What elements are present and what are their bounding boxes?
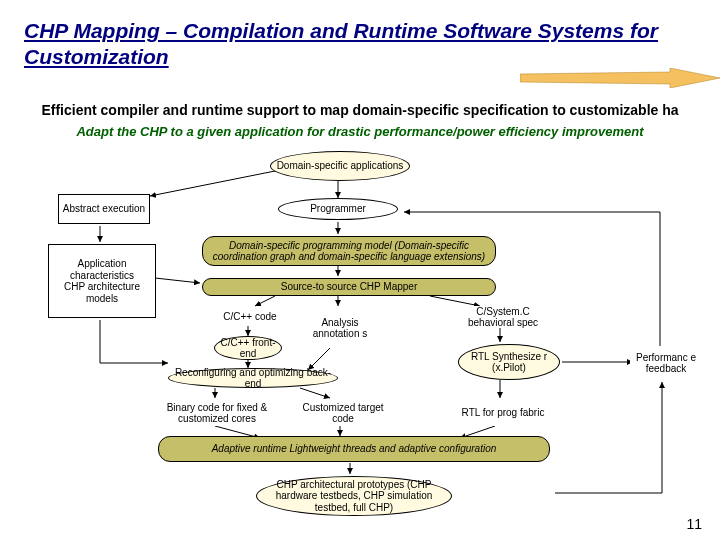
node-programmer: Programmer	[278, 198, 398, 220]
svg-line-6	[155, 278, 200, 283]
node-cc-frontend: C/C++ front-end	[214, 336, 282, 360]
node-custom-target: Customized target code	[300, 400, 386, 426]
svg-line-1	[150, 168, 290, 196]
subtitle-2: Adapt the CHP to a given application for…	[0, 124, 720, 139]
node-perf-feedback: Performanc e feedback	[630, 346, 702, 380]
node-rtl-prog: RTL for prog fabric	[458, 400, 548, 426]
diagram: Domain-specific applications Abstract ex…	[0, 148, 720, 508]
node-binary: Binary code for fixed & customized cores	[152, 400, 282, 426]
node-prototypes: CHP architectural prototypes (CHP hardwa…	[256, 476, 452, 516]
node-behavioral: C/System.C behavioral spec	[452, 306, 554, 328]
node-abstract-exec: Abstract execution	[58, 194, 150, 224]
node-runtime: Adaptive runtime Lightweight threads and…	[158, 436, 550, 462]
subtitle-1: Efficient compiler and runtime support t…	[0, 102, 720, 118]
node-prog-model: Domain-specific programming model (Domai…	[202, 236, 496, 266]
svg-marker-0	[520, 68, 720, 88]
svg-line-11	[430, 296, 480, 306]
page-title: CHP Mapping – Compilation and Runtime So…	[0, 0, 720, 71]
node-backend: Reconfiguring and optimizing back-end	[168, 368, 338, 388]
node-chp-mapper: Source-to source CHP Mapper	[202, 278, 496, 296]
svg-line-9	[255, 296, 275, 306]
node-app-char: Application characteristics CHP architec…	[48, 244, 156, 318]
node-analysis: Analysis annotation s	[308, 308, 372, 348]
node-rtl-synth: RTL Synthesize r (x.Pilot)	[458, 344, 560, 380]
node-cc-code: C/C++ code	[210, 308, 290, 326]
svg-line-17	[300, 388, 330, 398]
page-number: 11	[686, 516, 702, 532]
node-domain-apps: Domain-specific applications	[270, 151, 410, 181]
decorative-arrow	[520, 68, 720, 88]
